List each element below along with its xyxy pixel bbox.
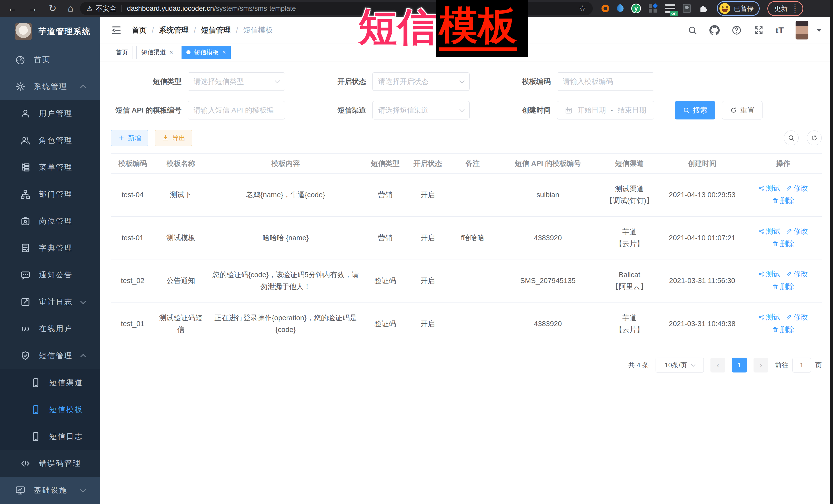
sidebar-item-dict[interactable]: 字典管理 bbox=[0, 235, 100, 262]
address-divider bbox=[121, 5, 122, 12]
sidebar-item-error-code[interactable]: 错误码管理 bbox=[0, 450, 100, 477]
github-icon[interactable] bbox=[709, 25, 720, 35]
back-icon[interactable]: ← bbox=[8, 3, 17, 14]
sidebar-item-online-users[interactable]: 在线用户 bbox=[0, 315, 100, 342]
reload-icon[interactable]: ↻ bbox=[49, 3, 56, 14]
tag-close-icon[interactable]: × bbox=[222, 49, 226, 56]
delete-link[interactable]: 删除 bbox=[772, 324, 794, 336]
breadcrumb-home[interactable]: 首页 bbox=[132, 25, 147, 35]
edit-link[interactable]: 修改 bbox=[786, 311, 808, 323]
delete-link[interactable]: 删除 bbox=[772, 281, 794, 292]
sidebar-item-depts[interactable]: 部门管理 bbox=[0, 181, 100, 208]
test-link[interactable]: 测试 bbox=[758, 311, 781, 323]
sidebar-item-sms-channel[interactable]: 短信渠道 bbox=[0, 369, 100, 396]
reset-button[interactable]: 重置 bbox=[722, 101, 762, 119]
sidebar-logo[interactable]: 芋道管理系统 bbox=[0, 17, 100, 46]
breadcrumb-sms[interactable]: 短信管理 bbox=[201, 25, 231, 35]
goto-page-input[interactable] bbox=[792, 358, 811, 373]
show-search-toggle-button[interactable] bbox=[784, 130, 799, 145]
page-size-select[interactable]: 10条/页 bbox=[656, 358, 704, 373]
next-page-button[interactable]: › bbox=[754, 358, 768, 373]
create-time-range-picker[interactable]: 开始日期 - 结束日期 bbox=[557, 101, 654, 119]
sidebar-item-infra[interactable]: 基础设施 bbox=[0, 477, 100, 504]
search-button[interactable]: 搜索 bbox=[675, 101, 715, 119]
sidebar-collapse-icon[interactable] bbox=[111, 25, 122, 36]
tag-label: 首页 bbox=[116, 48, 128, 56]
refresh-table-button[interactable] bbox=[807, 130, 822, 145]
user-avatar[interactable] bbox=[795, 21, 808, 40]
header-search-icon[interactable] bbox=[687, 25, 698, 35]
sidebar-item-label: 在线用户 bbox=[39, 324, 73, 334]
api-template-id-input[interactable] bbox=[188, 101, 285, 119]
delete-link[interactable]: 删除 bbox=[772, 238, 794, 250]
avatar-dropdown-caret[interactable] bbox=[816, 29, 822, 32]
window-right-edge bbox=[830, 0, 833, 504]
tag-close-icon[interactable]: × bbox=[169, 49, 173, 56]
chevron-down-icon bbox=[80, 298, 86, 304]
tag-sms-template[interactable]: 短信模板 × bbox=[182, 46, 231, 59]
extension-grid-icon[interactable] bbox=[649, 4, 658, 13]
edit-link[interactable]: 修改 bbox=[786, 182, 808, 194]
browser-profile[interactable]: 已暂停 bbox=[717, 1, 760, 16]
bookmark-star-icon[interactable]: ☆ bbox=[579, 4, 586, 13]
sidebar-item-label: 岗位管理 bbox=[39, 216, 73, 226]
cell-created: 2021-04-10 01:07:21 bbox=[660, 216, 744, 259]
trash-icon bbox=[772, 241, 778, 247]
sidebar-item-posts[interactable]: 岗位管理 bbox=[0, 208, 100, 235]
tag-sms-channel[interactable]: 短信渠道 × bbox=[136, 46, 178, 59]
sidebar-item-sms-log[interactable]: 短信日志 bbox=[0, 423, 100, 450]
calendar-icon bbox=[565, 106, 572, 114]
sidebar-item-label: 角色管理 bbox=[39, 135, 73, 146]
address-bar[interactable]: ⚠ 不安全 dashboard.yudao.iocoder.cn /system… bbox=[80, 2, 593, 15]
channel-name: 芋道 bbox=[602, 226, 657, 238]
help-icon[interactable] bbox=[732, 25, 742, 35]
cell-api-id: 4383920 bbox=[496, 216, 599, 259]
browser-menu-icon[interactable]: ⋮⋮ bbox=[792, 4, 799, 12]
status-select[interactable]: 请选择开启状态 bbox=[372, 72, 470, 91]
breadcrumb-system[interactable]: 系统管理 bbox=[159, 25, 189, 35]
phone-icon bbox=[30, 431, 41, 442]
test-link[interactable]: 测试 bbox=[758, 268, 781, 280]
prev-page-button[interactable]: ‹ bbox=[710, 358, 725, 373]
add-button[interactable]: 新增 bbox=[111, 130, 148, 146]
edit-link[interactable]: 修改 bbox=[786, 268, 808, 280]
sidebar-item-home[interactable]: 首页 bbox=[0, 46, 100, 73]
extension-blue-drop-icon[interactable] bbox=[616, 4, 625, 13]
cell-channel: 芋道 【云片】 bbox=[599, 302, 660, 345]
extension-camera-icon[interactable] bbox=[683, 4, 691, 13]
extension-y-icon[interactable]: y bbox=[631, 4, 641, 13]
font-size-icon[interactable]: tT bbox=[776, 25, 784, 35]
cell-ops: 测试修改删除 bbox=[744, 173, 822, 217]
home-icon[interactable]: ⌂ bbox=[68, 3, 73, 14]
extensions-puzzle-icon[interactable] bbox=[698, 4, 708, 13]
fullscreen-icon[interactable] bbox=[754, 25, 764, 35]
test-link[interactable]: 测试 bbox=[758, 225, 781, 237]
sidebar-item-sms[interactable]: 短信管理 bbox=[0, 342, 100, 369]
table-row: test-01 测试模板 哈哈哈 {name} 营销 开启 f哈哈哈 43839… bbox=[111, 216, 822, 259]
export-button[interactable]: 导出 bbox=[155, 130, 192, 146]
sidebar-item-notice[interactable]: 通知公告 bbox=[0, 262, 100, 288]
browser-update-button[interactable]: 更新 ⋮⋮ bbox=[767, 1, 803, 16]
col-header-ops: 操作 bbox=[744, 153, 822, 173]
sidebar-item-users[interactable]: 用户管理 bbox=[0, 100, 100, 127]
extension-orange-icon[interactable] bbox=[601, 5, 609, 12]
sidebar-item-menus[interactable]: 菜单管理 bbox=[0, 154, 100, 181]
test-link[interactable]: 测试 bbox=[758, 182, 781, 194]
template-code-input[interactable] bbox=[557, 72, 654, 91]
edit-link[interactable]: 修改 bbox=[786, 225, 808, 237]
delete-link[interactable]: 删除 bbox=[772, 195, 794, 207]
sms-template-table: 模板编码 模板名称 模板内容 短信类型 开启状态 备注 短信 API 的模板编号… bbox=[111, 153, 822, 345]
cell-type: 验证码 bbox=[364, 259, 406, 303]
page-number-1[interactable]: 1 bbox=[732, 358, 747, 373]
channel-select[interactable]: 请选择短信渠道 bbox=[372, 101, 470, 119]
sidebar-item-roles[interactable]: 角色管理 bbox=[0, 127, 100, 154]
sidebar-item-system[interactable]: 系统管理 bbox=[0, 73, 100, 100]
sidebar-item-audit-log[interactable]: 审计日志 bbox=[0, 288, 100, 315]
range-separator: - bbox=[611, 106, 613, 114]
extension-list-icon[interactable]: on bbox=[665, 4, 675, 13]
forward-icon[interactable]: → bbox=[28, 3, 38, 14]
sms-type-select[interactable]: 请选择短信类型 bbox=[188, 72, 285, 91]
sidebar-item-sms-template[interactable]: 短信模板 bbox=[0, 396, 100, 423]
tag-home[interactable]: 首页 bbox=[111, 46, 133, 59]
sidebar-item-label: 短信管理 bbox=[39, 351, 73, 361]
